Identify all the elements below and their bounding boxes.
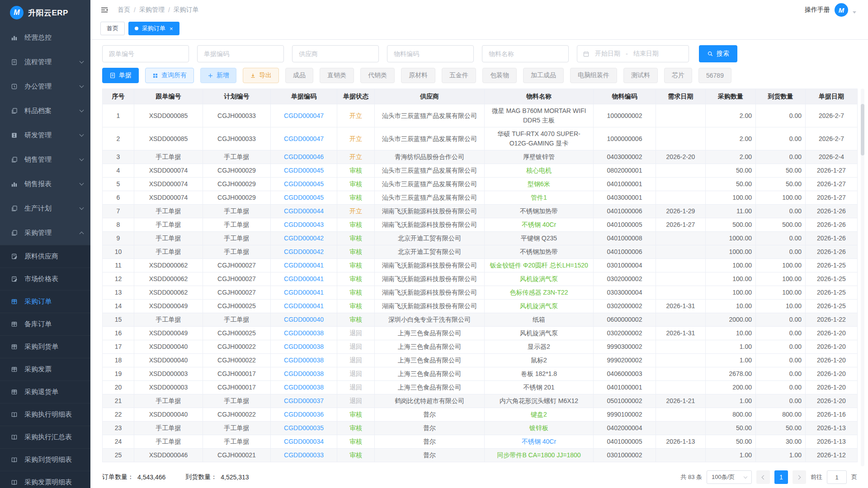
doc-no-link[interactable]: CGDD000044 — [284, 207, 324, 215]
next-page-button[interactable] — [793, 470, 806, 484]
sidebar-item-purchase-invoice-detail[interactable]: 采购发票明细表 — [0, 471, 90, 488]
export-button[interactable]: 导出 — [243, 68, 279, 83]
table-row: 6XSDD000074CGJH000029CGDD000045审核汕头市三辰蓝猫… — [103, 191, 858, 205]
sidebar-item-rd-mgmt[interactable]: 研发管理 — [0, 123, 90, 147]
prev-page-button[interactable] — [756, 470, 770, 484]
date-range-picker[interactable]: 开始日期 - 结束日期 — [577, 45, 689, 62]
vertical-scrollbar-thumb[interactable] — [861, 104, 864, 155]
doc-no-link[interactable]: CGDD000045 — [284, 167, 324, 174]
sidebar-item-material-archive[interactable]: 料品档案 — [0, 99, 90, 123]
status-badge: 审核 — [349, 235, 362, 242]
category-chip-0[interactable]: 成品 — [285, 68, 313, 83]
add-button[interactable]: 新增 — [200, 68, 236, 83]
doc-no-link[interactable]: CGDD000038 — [284, 370, 324, 377]
category-chip-10[interactable]: 56789 — [698, 68, 731, 83]
sidebar-item-label: 研发管理 — [24, 131, 52, 140]
sidebar-item-production-plan[interactable]: 生产计划 — [0, 196, 90, 221]
doc-no-link[interactable]: CGDD000033 — [284, 451, 324, 459]
avatar[interactable]: M — [835, 3, 848, 17]
goto-page-input[interactable] — [827, 470, 847, 484]
sidebar-item-purchase-arrival[interactable]: 采购到货单 — [0, 335, 90, 358]
breadcrumb-purchase-mgmt[interactable]: 采购管理 — [139, 6, 165, 14]
search-button-label: 搜索 — [717, 50, 729, 58]
doc-no-link[interactable]: CGDD000040 — [284, 316, 324, 323]
search-button[interactable]: 搜索 — [699, 45, 737, 62]
sidebar-item-purchase-exec-detail[interactable]: 采购执行明细表 — [0, 403, 90, 426]
sidebar-item-purchase-return[interactable]: 采购退货单 — [0, 380, 90, 403]
category-chip-9[interactable]: 芯片 — [664, 68, 692, 83]
cell-doc-date: 2026-1-16 — [806, 408, 858, 422]
doc-no-link[interactable]: CGDD000038 — [284, 384, 324, 391]
chevron-down-icon[interactable] — [853, 11, 856, 14]
chevron-down-icon — [80, 181, 84, 186]
doc-no-link[interactable]: CGDD000034 — [284, 438, 324, 445]
sidebar-item-raw-supplier[interactable]: 原料供应商 — [0, 245, 90, 267]
close-icon[interactable]: × — [170, 25, 173, 32]
manual-link[interactable]: 操作手册 — [805, 6, 830, 14]
category-chip-6[interactable]: 加工成品 — [523, 68, 564, 83]
doc-no-link[interactable]: CGDD000046 — [284, 153, 324, 160]
query-all-button[interactable]: 查询所有 — [145, 68, 194, 83]
doc-no-link[interactable]: CGDD000042 — [284, 235, 324, 242]
sidebar-item-purchase-order[interactable]: 采购订单 — [0, 290, 90, 313]
cell-material: 不锈钢加热带 — [485, 245, 594, 259]
doc-no-link[interactable]: CGDD000036 — [284, 411, 324, 418]
document-button[interactable]: 单据 — [102, 68, 139, 83]
sidebar-item-sales-mgmt[interactable]: 销售管理 — [0, 147, 90, 172]
cell-row-index: 15 — [103, 313, 134, 327]
sidebar-item-business-overview[interactable]: 经营总控 — [0, 25, 90, 50]
cell-material-code: 9990200002 — [594, 354, 656, 367]
tab-home[interactable]: 首页 — [100, 22, 125, 35]
material-name-input[interactable] — [482, 45, 569, 62]
sidebar-item-stock-order[interactable]: 备库订单 — [0, 313, 90, 335]
category-chip-2[interactable]: 代销类 — [360, 68, 395, 83]
material-code-input[interactable] — [387, 45, 474, 62]
doc-no-link[interactable]: CGDD000041 — [284, 275, 324, 282]
cell-material-code: 9990300002 — [594, 340, 656, 354]
doc-no-link[interactable]: CGDD000038 — [284, 343, 324, 350]
cell-purchase-qty: 2.00 — [706, 150, 756, 164]
cell-follow-no: XSDD000074 — [134, 164, 203, 178]
sidebar-item-sales-report[interactable]: 销售报表 — [0, 172, 90, 196]
doc-no-link[interactable]: CGDD000038 — [284, 329, 324, 337]
sidebar-item-purchase-exec-summary[interactable]: 采购执行汇总表 — [0, 426, 90, 448]
breadcrumb-home[interactable]: 首页 — [118, 6, 130, 14]
category-chip-5[interactable]: 包装物 — [482, 68, 517, 83]
doc-no-link[interactable]: CGDD000041 — [284, 262, 324, 269]
category-chip-4[interactable]: 五金件 — [442, 68, 476, 83]
doc-code-input[interactable] — [197, 45, 284, 62]
doc-no-link[interactable]: CGDD000047 — [284, 112, 324, 119]
doc-no-link[interactable]: CGDD000035 — [284, 424, 324, 432]
page-size-select[interactable]: 100条/页 — [707, 470, 752, 484]
sidebar-item-purchase-mgmt[interactable]: 采购管理 — [0, 221, 90, 245]
sidebar-item-purchase-invoice[interactable]: 采购发票 — [0, 358, 90, 380]
doc-no-link[interactable]: CGDD000045 — [284, 180, 324, 188]
sidebar-item-process-mgmt[interactable]: 流程管理 — [0, 50, 90, 74]
follow-no-input[interactable] — [102, 45, 189, 62]
doc-no-link[interactable]: CGDD000047 — [284, 135, 324, 142]
category-chip-7[interactable]: 电脑组装件 — [570, 68, 617, 83]
doc-no-link[interactable]: CGDD000041 — [284, 302, 324, 310]
sidebar-item-office-mgmt[interactable]: 办公管理 — [0, 74, 90, 99]
category-chip-1[interactable]: 直销类 — [320, 68, 354, 83]
doc-no-link[interactable]: CGDD000038 — [284, 357, 324, 364]
tab-purchase-order[interactable]: 采购订单 × — [128, 22, 179, 35]
cell-need-date — [656, 272, 706, 286]
category-chip-8[interactable]: 测试料 — [623, 68, 658, 83]
table-row: 2XSDD000085CGJH000033CGDD000047开立汕头市三辰蓝猫… — [103, 127, 858, 150]
sidebar-collapse-icon[interactable] — [100, 6, 109, 14]
doc-no-link[interactable]: CGDD000042 — [284, 248, 324, 255]
cell-row-index: 20 — [103, 381, 134, 394]
sidebar-item-purchase-arrival-detail[interactable]: 采购到货明细表 — [0, 448, 90, 471]
doc-no-link[interactable]: CGDD000045 — [284, 194, 324, 201]
cell-row-index: 13 — [103, 286, 134, 300]
doc-no-link[interactable]: CGDD000041 — [284, 289, 324, 296]
category-chip-3[interactable]: 原材料 — [401, 68, 435, 83]
cell-supplier: 普尔 — [375, 435, 485, 449]
doc-no-link[interactable]: CGDD000037 — [284, 397, 324, 404]
page-1-button[interactable]: 1 — [774, 470, 788, 484]
supplier-input[interactable] — [292, 45, 379, 62]
cell-status: 开立 — [337, 205, 375, 218]
doc-no-link[interactable]: CGDD000043 — [284, 221, 324, 228]
sidebar-item-market-price[interactable]: 市场价格表 — [0, 267, 90, 290]
